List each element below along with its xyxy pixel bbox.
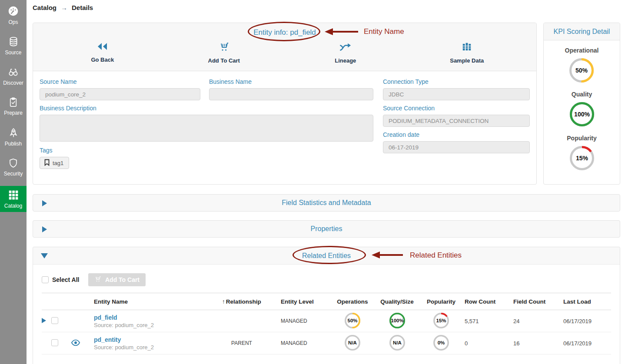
collapse-triangle-icon[interactable] [41,253,48,258]
toolbar-add-to-cart-button[interactable]: Add To Cart [163,41,285,64]
table-row-pd-entity: pd_entitySource: podium_core_2PARENTMANA… [42,332,611,354]
source-connection-label: Source Connection [383,105,530,112]
section-properties-title: Properties [311,225,342,233]
kpi-metric-popularity: Popularity15% [567,135,596,172]
entity-name-link[interactable]: pd_field [94,314,117,321]
col-header-relationship[interactable]: ↑Relationship [222,298,261,305]
connection-type-input[interactable]: JDBC [383,88,530,100]
business-description-input[interactable] [40,115,373,142]
entity-name-link[interactable]: pd_entity [94,336,121,343]
cell-field-count: 24 [513,318,563,324]
expand-triangle-icon[interactable] [42,200,47,206]
grid-icon [8,189,19,201]
sidebar-item-label: Prepare [4,110,23,116]
kpi-donut-operational: 50% [569,58,594,85]
select-all-label: Select All [52,276,80,283]
cell-entity-level: MANAGED [274,318,329,324]
sidebar-item-source[interactable]: Source [0,30,27,61]
go-back-icon [96,41,109,53]
kpi-metric-label: Quality [572,91,592,98]
row-expand-triangle-icon[interactable] [42,318,46,323]
section-related-entities-title: Related Entities [302,252,351,260]
add-to-cart-button-label: Add To Cart [105,276,140,283]
table-row-pd-field: pd_fieldSource: podium_core_2MANAGED50%1… [42,310,611,332]
col-header-field-count[interactable]: Field Count [513,298,563,305]
sidebar-item-label: Discover [3,80,23,86]
kpi-metric-quality: Quality100% [569,91,595,129]
col-header-row-count[interactable]: Row Count [465,298,513,305]
database-icon [8,36,19,47]
business-name-input[interactable] [209,88,373,100]
eye-icon[interactable] [71,341,80,348]
toolbar-button-label: Go Back [91,56,114,63]
cart-icon [94,275,102,284]
bookmark-icon [44,159,50,167]
col-header-operations[interactable]: Operations [337,298,368,305]
main-content: Catalog → Details Entity info: pd_field … [27,0,625,364]
sidebar-item-label: Publish [5,141,22,147]
sample-data-icon [461,41,472,54]
sidebar-item-discover[interactable]: Discover [0,61,27,91]
creation-date-input[interactable]: 06-17-2019 [383,141,530,153]
add-to-cart-button[interactable]: Add To Cart [88,273,146,286]
gauge-icon [7,5,19,17]
cell-popularity-donut: 15% [433,312,449,330]
binoculars-icon [7,66,19,78]
kpi-scoring-panel: KPI Scoring Detail Operational50%Quality… [543,23,620,185]
sidebar-item-catalog[interactable]: Catalog [0,186,27,212]
section-field-statistics[interactable]: Field Statistics and Metadata [33,194,620,212]
sidebar-item-label: Ops [8,19,18,25]
entity-toolbar: Go BackAdd To CartLineageSample Data [42,41,528,64]
col-header-quality-size[interactable]: Quality/Size [380,298,414,305]
svg-text:15%: 15% [575,155,588,162]
cell-last-load: 06/17/2019 [563,340,612,347]
sidebar-item-ops[interactable]: Ops [0,0,27,30]
source-connection-input[interactable]: PODIUM_METADATA_CONNECTION [383,115,530,127]
col-header-popularity[interactable]: Popularity [427,298,455,305]
section-properties[interactable]: Properties [33,220,620,238]
row-checkbox[interactable] [51,317,58,324]
sidebar-item-label: Security [4,171,23,177]
breadcrumb-details: Details [72,4,93,11]
cell-operations-donut: 50% [344,312,361,330]
entity-source-text: Source: podium_core_2 [94,322,209,328]
tag-chip[interactable]: tag1 [40,157,69,169]
svg-text:15%: 15% [436,318,446,323]
entity-info-card: Entity info: pd_field Go BackAdd To Cart… [33,23,537,185]
app-root: OpsSourceDiscoverPreparePublishSecurityC… [0,0,625,364]
table-header-row: Entity Name↑RelationshipEntity LevelOper… [42,293,611,310]
kpi-panel-title: KPI Scoring Detail [544,23,620,40]
breadcrumb-separator-icon: → [61,4,67,11]
toolbar-sample-data-button[interactable]: Sample Data [406,41,528,64]
kpi-metric-operational: Operational50% [565,47,599,85]
sidebar-item-publish[interactable]: Publish [0,122,27,152]
tag-chip-label: tag1 [53,160,63,166]
shield-icon [8,158,19,169]
breadcrumb-catalog[interactable]: Catalog [33,4,57,11]
creation-date-label: Creation date [383,131,530,138]
col-header-entity-name[interactable]: Entity Name [87,298,209,305]
kpi-panel-body: Operational50%Quality100%Popularity15% [544,40,620,179]
lineage-icon [339,41,352,54]
col-header-last-load[interactable]: Last Load [563,298,612,305]
kpi-metric-label: Operational [565,47,599,54]
source-name-input[interactable]: podium_core_2 [40,88,200,100]
kpi-donut-popularity: 15% [569,146,595,172]
toolbar-lineage-button[interactable]: Lineage [285,41,406,64]
toolbar-go-back-button[interactable]: Go Back [42,41,163,64]
col-header-entity-level[interactable]: Entity Level [274,298,329,305]
expand-triangle-icon[interactable] [42,226,47,232]
row-checkbox[interactable] [51,339,58,346]
entity-title: Entity info: pd_field [33,23,536,37]
related-entities-header[interactable]: Related Entities [33,247,620,265]
cell-operations-donut: N/A [344,334,361,352]
sidebar-item-prepare[interactable]: Prepare [0,91,27,122]
cell-quality-donut: 100% [389,312,406,330]
cell-row-count: 5,571 [465,318,513,324]
related-entities-body: Select All Add To Cart Entity Name↑Relat… [33,273,620,354]
toolbar-button-label: Sample Data [450,57,484,64]
business-description-label: Business Description [40,105,373,112]
select-all-checkbox[interactable] [42,276,49,283]
clipboard-icon [8,97,19,108]
sidebar-item-security[interactable]: Security [0,152,27,182]
